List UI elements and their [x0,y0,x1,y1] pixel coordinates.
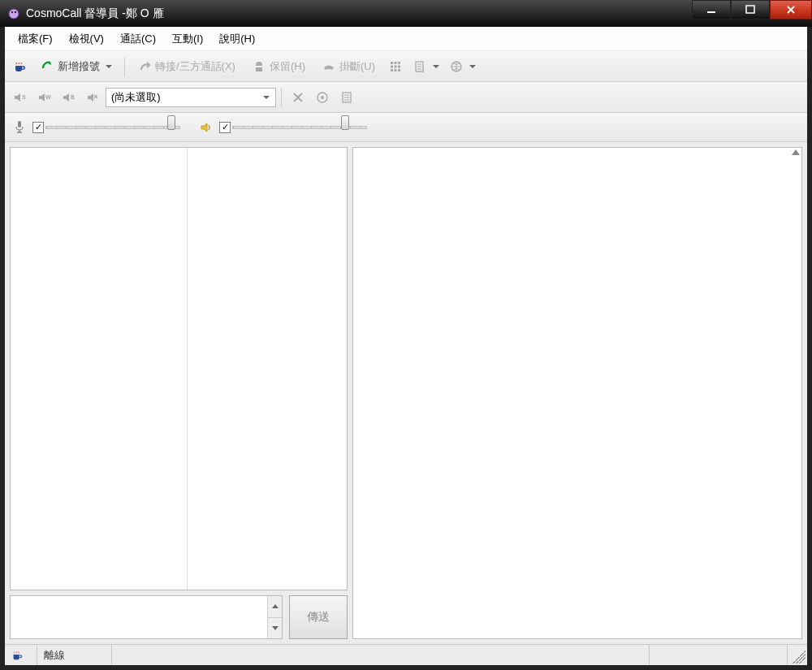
mic-checkbox[interactable]: ✓ [32,122,44,133]
mic-slider[interactable] [45,119,180,136]
titlebar: CosmoCall 督導員 -鄭 O 雁 [0,0,812,27]
coffee-icon [10,648,24,663]
speaker-mute-icon [85,90,100,105]
svg-text:B: B [71,94,75,100]
content-area: 傳送 [5,142,807,644]
compose-input-wrap [10,595,283,639]
svg-rect-12 [395,69,397,71]
status-cell-1 [112,645,650,665]
window-frame: 檔案(F) 檢視(V) 通話(C) 互動(I) 說明(H) 新增撥號 [0,27,812,670]
speaker-w-icon: W [37,90,51,105]
left-panel-a [11,148,188,590]
status-text-cell: 離線 [37,645,112,665]
statusbar: 離線 [5,644,807,665]
svg-rect-7 [398,62,400,64]
window-controls [692,0,812,27]
chevron-down-icon [106,65,112,68]
microphone-icon [12,120,27,135]
svg-text:W: W [45,94,51,100]
spin-down-button[interactable] [268,618,282,639]
disc-button[interactable] [311,86,334,109]
secondary-toolbar: S W B (尚未選取) [5,82,807,113]
speaker-checkbox[interactable]: ✓ [219,122,231,133]
svg-rect-3 [707,11,715,13]
send-label: 傳送 [307,610,330,625]
combo-value: (尚未選取) [111,90,257,105]
svg-rect-9 [395,65,397,67]
right-panel [352,147,802,639]
svg-point-1 [11,11,13,12]
script-button[interactable] [408,55,443,78]
new-dial-button[interactable]: 新增撥號 [32,55,119,78]
scroll-up-icon[interactable] [792,149,800,155]
hold-label: 保留(H) [270,59,305,74]
hangup-label: 掛斷(U) [339,59,375,74]
speaker-b-button[interactable]: B [57,86,80,109]
transfer-label: 轉接/三方通話(X) [155,59,235,74]
speaker-b-icon: B [61,90,76,105]
svg-point-0 [9,9,19,19]
compose-input[interactable] [11,596,267,638]
svg-rect-8 [391,65,393,67]
menu-call[interactable]: 通話(C) [112,28,164,50]
delete-button[interactable] [287,86,309,109]
globe-icon [449,59,464,74]
svg-rect-4 [746,6,754,13]
disc-icon [315,90,330,105]
speaker-slider[interactable] [232,119,367,136]
close-button[interactable] [770,0,812,19]
minimize-button[interactable] [692,0,731,19]
svg-rect-11 [391,69,393,71]
chevron-down-icon [469,65,476,68]
svg-rect-6 [395,62,397,64]
menu-view[interactable]: 檢視(V) [61,28,112,50]
audio-toolbar: ✓ ✓ [5,113,807,142]
keypad-button[interactable] [384,55,407,78]
script-icon [412,59,427,74]
left-panel [10,147,348,590]
hold-button[interactable]: 保留(H) [244,55,313,78]
speaker-mute-button[interactable] [81,86,104,109]
compose-spinner [267,596,282,638]
svg-rect-22 [18,121,21,128]
coffee-icon-button[interactable] [8,55,31,78]
document-button[interactable] [335,86,358,109]
hangup-icon [322,59,336,74]
status-cell-2 [650,645,788,665]
separator [124,57,125,76]
dial-arrow-icon [40,59,54,74]
separator [281,88,282,107]
svg-rect-10 [398,65,400,67]
speaker-s-button[interactable]: S [8,86,31,109]
hangup-button[interactable]: 掛斷(U) [314,55,382,78]
left-panel-b [188,148,347,590]
menu-interact[interactable]: 互動(I) [164,28,211,50]
svg-text:S: S [22,94,26,100]
right-column [352,147,802,639]
menu-help[interactable]: 說明(H) [211,28,263,50]
send-button[interactable]: 傳送 [289,595,348,639]
svg-rect-13 [398,69,400,71]
keypad-icon [388,59,403,74]
spin-up-button[interactable] [268,596,282,618]
chevron-down-icon [433,65,439,68]
status-text: 離線 [44,648,65,663]
maximize-button[interactable] [731,0,770,19]
speaker-button[interactable] [195,116,218,139]
speaker-w-button[interactable]: W [32,86,55,109]
selection-combo[interactable]: (尚未選取) [106,88,276,107]
svg-point-2 [15,11,16,12]
resize-grip[interactable] [789,647,806,664]
mic-button[interactable] [8,116,31,139]
combo-dropdown-button[interactable] [257,90,272,105]
coffee-icon [12,59,27,74]
main-toolbar: 新增撥號 轉接/三方通話(X) 保留(H) 掛斷(U) [5,51,807,82]
transfer-button[interactable]: 轉接/三方通話(X) [130,55,243,78]
hold-icon [252,59,266,74]
left-column: 傳送 [10,147,348,639]
menu-file[interactable]: 檔案(F) [10,28,61,50]
globe-button[interactable] [445,55,480,78]
new-dial-label: 新增撥號 [58,59,100,74]
speaker-s-icon: S [12,90,27,105]
transfer-icon [137,59,152,74]
